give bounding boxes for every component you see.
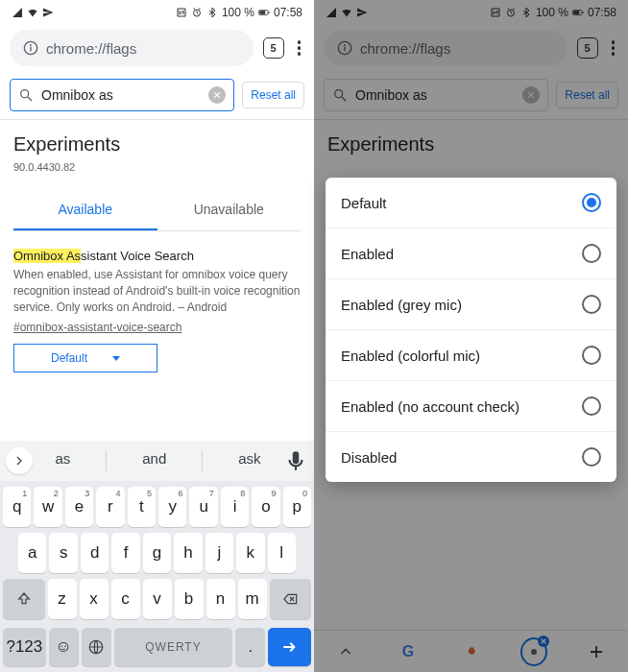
- key-r[interactable]: r4: [96, 487, 124, 527]
- nav-google[interactable]: G: [395, 638, 422, 665]
- reset-all-button[interactable]: Reset all: [242, 82, 304, 108]
- chevron-up-icon: [338, 644, 353, 660]
- url-input[interactable]: chrome://flags: [324, 30, 568, 66]
- suggestion-1[interactable]: as: [45, 450, 80, 471]
- alarm-icon: [505, 7, 517, 18]
- svg-point-20: [531, 649, 537, 655]
- tab-switcher[interactable]: 5: [263, 37, 284, 59]
- clear-search-button[interactable]: [208, 86, 226, 104]
- url-input[interactable]: chrome://flags: [10, 30, 254, 66]
- dropdown-option[interactable]: Disabled: [326, 432, 616, 482]
- flag-value-dropdown[interactable]: Default: [13, 344, 157, 372]
- key-space[interactable]: QWERTY: [114, 628, 233, 666]
- svg-rect-3: [268, 12, 269, 13]
- svg-line-8: [28, 97, 32, 101]
- radio-icon: [582, 295, 601, 314]
- key-t[interactable]: t5: [128, 487, 156, 527]
- key-e[interactable]: e3: [65, 487, 93, 527]
- key-u[interactable]: u7: [189, 487, 217, 527]
- key-k[interactable]: k: [236, 533, 264, 573]
- send-icon: [356, 7, 368, 18]
- key-z[interactable]: z: [48, 579, 77, 619]
- key-h[interactable]: h: [174, 533, 202, 573]
- key-c[interactable]: c: [111, 579, 140, 619]
- key-enter[interactable]: [268, 628, 311, 666]
- nfc-icon: [490, 7, 501, 18]
- key-v[interactable]: v: [143, 579, 172, 619]
- clear-search-button[interactable]: [522, 86, 540, 104]
- battery-icon: [572, 7, 584, 18]
- key-m[interactable]: m: [238, 579, 267, 619]
- url-bar: chrome://flags 5: [314, 25, 628, 71]
- key-j[interactable]: j: [205, 533, 233, 573]
- key-w[interactable]: w2: [34, 487, 61, 527]
- key-symbols[interactable]: ?123: [3, 628, 46, 666]
- voice-input-icon[interactable]: [283, 448, 308, 473]
- svg-rect-14: [582, 12, 583, 13]
- suggestion-2[interactable]: and: [133, 450, 176, 471]
- tab-available[interactable]: Available: [13, 190, 157, 230]
- wifi-icon: [27, 7, 38, 18]
- key-b[interactable]: b: [175, 579, 204, 619]
- tab-switcher[interactable]: 5: [577, 37, 598, 59]
- status-bar: 100 % 07:58: [0, 0, 314, 25]
- svg-point-16: [344, 44, 346, 46]
- key-q[interactable]: q1: [3, 487, 31, 527]
- chrome-version: 90.0.4430.82: [13, 161, 301, 173]
- close-icon: [212, 90, 222, 100]
- radio-icon: [582, 244, 601, 263]
- flag-entry: Omnibox Assistant Voice Search When enab…: [13, 231, 301, 380]
- radio-icon: [582, 447, 601, 467]
- signal-icon: [326, 7, 337, 18]
- key-emoji[interactable]: ☺: [49, 628, 79, 666]
- key-o[interactable]: o9: [252, 487, 279, 527]
- key-period[interactable]: .: [235, 628, 265, 666]
- dropdown-option[interactable]: Enabled (no account check): [326, 381, 616, 432]
- key-p[interactable]: p0: [283, 487, 311, 527]
- key-i[interactable]: i8: [221, 487, 249, 527]
- more-menu[interactable]: [294, 36, 305, 60]
- key-y[interactable]: y6: [158, 487, 186, 527]
- key-f[interactable]: f: [111, 533, 139, 573]
- dropdown-option[interactable]: Default: [326, 178, 616, 228]
- svg-rect-13: [573, 11, 579, 14]
- chevron-down-icon: [112, 356, 120, 361]
- bottom-nav: G: [314, 630, 628, 672]
- radio-icon: [582, 396, 601, 416]
- flag-value-label: Default: [51, 351, 87, 365]
- dropdown-option[interactable]: Enabled: [326, 228, 616, 279]
- phone-left: 100 % 07:58 chrome://flags 5 Omnibox as …: [0, 0, 314, 672]
- flag-anchor[interactable]: #omnibox-assistant-voice-search: [13, 321, 301, 334]
- key-x[interactable]: x: [80, 579, 109, 619]
- flags-search-row: Omnibox as Reset all: [0, 71, 314, 120]
- key-shift[interactable]: [3, 579, 45, 619]
- nav-fire[interactable]: [457, 638, 484, 665]
- nav-add[interactable]: [583, 638, 610, 665]
- key-d[interactable]: d: [81, 533, 109, 573]
- flags-search-input[interactable]: Omnibox as: [10, 79, 234, 111]
- fire-icon: [463, 644, 478, 660]
- tab-unavailable[interactable]: Unavailable: [157, 190, 302, 230]
- key-backspace[interactable]: [270, 579, 312, 619]
- bluetooth-icon: [520, 7, 532, 18]
- suggestion-3[interactable]: ask: [229, 450, 270, 471]
- signal-icon: [12, 7, 23, 18]
- flags-search-input[interactable]: Omnibox as: [324, 79, 548, 111]
- key-g[interactable]: g: [143, 533, 171, 573]
- expand-toolbar-button[interactable]: [6, 447, 33, 474]
- suggestion-bar: as and ask: [0, 441, 314, 481]
- key-language[interactable]: [82, 628, 111, 666]
- reset-all-button[interactable]: Reset all: [556, 82, 618, 108]
- nav-active[interactable]: [520, 638, 547, 665]
- key-a[interactable]: a: [18, 533, 46, 573]
- dropdown-option[interactable]: Enabled (colorful mic): [326, 330, 616, 381]
- experiments-heading: Experiments: [327, 133, 615, 156]
- more-menu[interactable]: [608, 36, 619, 60]
- nav-up[interactable]: [332, 638, 359, 665]
- key-s[interactable]: s: [49, 533, 77, 573]
- dropdown-option[interactable]: Enabled (grey mic): [326, 279, 616, 330]
- key-n[interactable]: n: [206, 579, 235, 619]
- radio-icon: [582, 346, 601, 365]
- url-text: chrome://flags: [46, 40, 136, 57]
- key-l[interactable]: l: [268, 533, 296, 573]
